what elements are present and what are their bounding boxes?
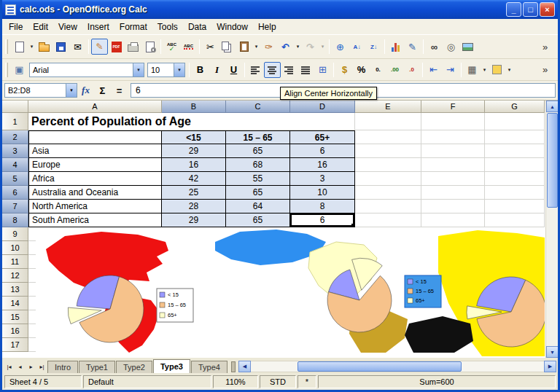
hyperlink-button[interactable]: ⊕ — [332, 39, 349, 55]
first-sheet-button[interactable]: |◂ — [4, 361, 15, 373]
cell-c8[interactable]: 65 — [226, 213, 290, 227]
column-header-d[interactable]: D — [290, 101, 355, 113]
row-header[interactable]: 10 — [2, 241, 28, 255]
column-header-f[interactable]: F — [421, 101, 485, 113]
redo-dropdown-arrow[interactable]: ▾ — [319, 39, 327, 55]
add-decimal-button[interactable]: .00 — [386, 62, 403, 78]
sheet-tab-type2[interactable]: Type2 — [116, 361, 152, 373]
undo-dropdown-arrow[interactable]: ▾ — [294, 39, 302, 55]
menu-edit[interactable]: Edit — [28, 20, 53, 34]
cell[interactable] — [485, 200, 545, 213]
row-header[interactable]: 9 — [2, 227, 28, 241]
row-header[interactable]: 6 — [2, 186, 28, 200]
cell-c5[interactable]: 55 — [226, 172, 290, 186]
close-button[interactable]: × — [540, 2, 555, 17]
row-header[interactable]: 11 — [2, 255, 28, 269]
scroll-left-arrow[interactable]: ◀ — [238, 361, 251, 372]
toolbar-overflow-chevron[interactable]: » — [542, 64, 556, 75]
italic-button[interactable]: I — [209, 62, 225, 78]
cell[interactable] — [421, 172, 485, 186]
cell-b7[interactable]: 28 — [162, 200, 226, 213]
toolbar-grip[interactable] — [5, 63, 8, 77]
cell-a3[interactable]: Asia — [28, 144, 162, 158]
menu-insert[interactable]: Insert — [82, 20, 114, 34]
print-button[interactable] — [125, 39, 141, 55]
cell-a8[interactable]: South America — [28, 213, 162, 227]
open-button[interactable] — [36, 39, 52, 55]
sum-button[interactable]: Σ — [94, 82, 111, 98]
menu-format[interactable]: Format — [114, 20, 152, 34]
sort-ascending-button[interactable]: A↓ — [349, 39, 365, 55]
chevron-down-icon[interactable]: ▾ — [66, 84, 77, 97]
horizontal-scrollbar[interactable]: ◀ ▶ — [238, 361, 556, 372]
cell[interactable] — [485, 144, 545, 158]
cell[interactable] — [421, 158, 485, 172]
vertical-scrollbar[interactable]: ▲ ▼ — [545, 101, 558, 358]
gallery-button[interactable] — [459, 39, 476, 55]
menu-file[interactable]: File — [4, 20, 28, 34]
align-left-button[interactable] — [247, 62, 264, 78]
row-header[interactable]: 1 — [2, 113, 28, 130]
cell[interactable] — [485, 186, 545, 200]
cell-c2[interactable]: 15 – 65 — [226, 130, 290, 144]
underline-button[interactable]: U — [225, 62, 242, 78]
sheet-tab-type1[interactable]: Type1 — [79, 361, 115, 373]
cell-c4[interactable]: 68 — [226, 158, 290, 172]
select-all-corner[interactable] — [2, 101, 28, 113]
cell-a7[interactable]: North America — [28, 200, 162, 213]
column-header-a[interactable]: A — [28, 101, 162, 113]
status-sum[interactable]: Sum=600 — [318, 375, 556, 388]
background-color-dropdown-arrow[interactable]: ▾ — [505, 62, 513, 78]
sheet-tab-type4[interactable]: Type4 — [191, 361, 228, 373]
sheet-tab-intro[interactable]: Intro — [47, 361, 78, 373]
format-paintbrush-button[interactable]: ✑ — [260, 39, 277, 55]
sheet-tab-type3-active[interactable]: Type3 — [153, 359, 190, 373]
maximize-button[interactable]: □ — [523, 2, 538, 17]
cell-b8[interactable]: 29 — [162, 213, 226, 227]
previous-sheet-button[interactable]: ◂ — [15, 361, 26, 373]
cell[interactable] — [355, 130, 421, 144]
cell-b4[interactable]: 16 — [162, 158, 226, 172]
cell-d4[interactable]: 16 — [290, 158, 355, 172]
decrease-indent-button[interactable]: ⇤ — [425, 62, 442, 78]
undo-button[interactable]: ↶ — [277, 39, 294, 55]
row-header[interactable]: 16 — [2, 324, 28, 338]
cell-a4[interactable]: Europe — [28, 158, 162, 172]
embedded-chart-object[interactable]: < 15 15 – 65 65+ — [36, 227, 545, 356]
draw-functions-button[interactable]: ✎ — [404, 39, 421, 55]
function-wizard-button[interactable]: fx — [77, 82, 94, 98]
cell-b6[interactable]: 25 — [162, 186, 226, 200]
spellcheck-button[interactable]: ABC✓ — [163, 39, 180, 55]
currency-format-button[interactable]: $ — [336, 62, 353, 78]
navigator-button[interactable]: ◎ — [443, 39, 459, 55]
copy-button[interactable] — [219, 39, 236, 55]
percent-format-button[interactable]: % — [353, 62, 370, 78]
cell-b3[interactable]: 29 — [162, 144, 226, 158]
cell[interactable] — [421, 186, 485, 200]
font-size-combo[interactable]: 10▾ — [147, 63, 185, 77]
row-header[interactable]: 14 — [2, 297, 28, 310]
scroll-right-arrow[interactable]: ▶ — [544, 361, 556, 372]
cell[interactable] — [421, 144, 485, 158]
row-header[interactable]: 17 — [2, 338, 28, 352]
merge-cells-button[interactable]: ⊞ — [314, 62, 331, 78]
cell[interactable] — [355, 113, 421, 130]
cell[interactable] — [421, 213, 485, 227]
cell-d7[interactable]: 8 — [290, 200, 355, 213]
edit-file-button[interactable]: ✎ — [91, 39, 108, 55]
row-header[interactable]: 12 — [2, 269, 28, 283]
row-header[interactable]: 5 — [2, 172, 28, 186]
status-zoom[interactable]: 110% — [213, 375, 258, 388]
row-header[interactable]: 4 — [2, 158, 28, 172]
vertical-scroll-thumb[interactable] — [547, 113, 558, 208]
toolbar-overflow-chevron[interactable]: » — [542, 42, 556, 52]
cell[interactable] — [485, 158, 545, 172]
minimize-button[interactable]: _ — [506, 2, 521, 17]
autospellcheck-button[interactable]: ABC — [180, 39, 197, 55]
email-button[interactable]: ✉ — [69, 39, 86, 55]
row-header[interactable]: 15 — [2, 310, 28, 324]
cell-c7[interactable]: 64 — [226, 200, 290, 213]
paste-button[interactable] — [236, 39, 252, 55]
cell-d6[interactable]: 10 — [290, 186, 355, 200]
cell-a1-title[interactable]: Percent of Population of Age — [28, 113, 355, 130]
